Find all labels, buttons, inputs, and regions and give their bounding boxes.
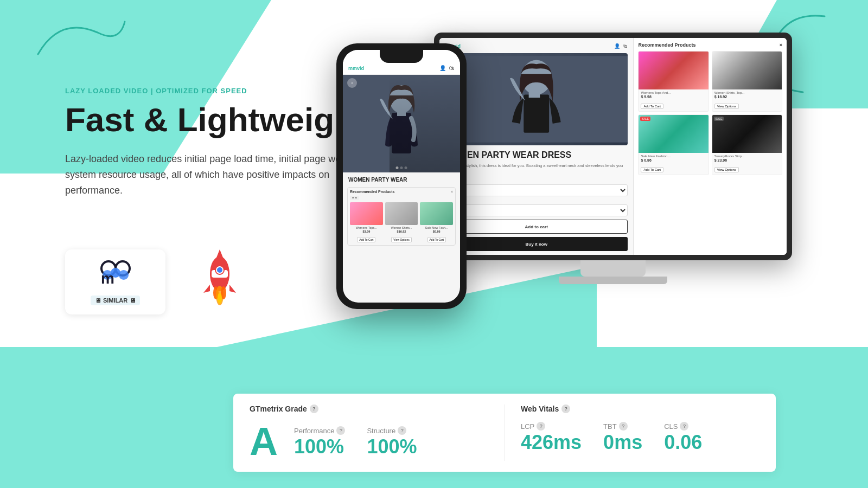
desktop-left-panel: mmvid 👤 🛍 <box>439 38 634 255</box>
image-dots <box>396 166 407 169</box>
phone-rec-close-btn[interactable]: × <box>451 190 453 194</box>
description-text: Lazy-loaded video reduces initial page l… <box>65 151 380 198</box>
desktop-stand <box>580 260 646 277</box>
desktop-header: mmvid 👤 🛍 <box>445 43 628 49</box>
user-icon: 👤 <box>439 65 446 71</box>
bag-icon: 🛍 <box>449 65 455 71</box>
rocket-container <box>195 244 244 314</box>
main-content: LAZY LOADED VIDEO | OPTIMIZED FOR SPEED … <box>0 0 868 488</box>
lcp-value: 426ms <box>521 433 582 452</box>
filter-tag[interactable]: ▼▼ <box>350 196 359 200</box>
rec-product-image <box>385 202 418 225</box>
svg-point-18 <box>390 85 413 113</box>
color-select[interactable]: BLACK RED WHITE <box>445 204 628 216</box>
grade-letter: A <box>250 422 278 461</box>
back-icon: ‹ <box>352 80 353 86</box>
desktop-user-icon: 👤 <box>614 43 620 49</box>
phone-filter-row: ▼▼ <box>350 196 453 200</box>
list-item: Sale New Fash... $0.86 Add To Cart <box>420 202 453 243</box>
list-item: Womens Tops... $3.99 Add To Cart <box>350 202 383 243</box>
view-options-button[interactable]: View Options <box>391 237 411 242</box>
phone-screen: mmvid 👤 🛍 <box>343 50 460 303</box>
main-heading: Fast & Lightweight <box>65 101 380 138</box>
rocket-icon <box>195 244 244 314</box>
tbt-label: TBT ? <box>603 422 642 431</box>
view-options-button[interactable]: View Options <box>714 104 739 109</box>
structure-help-icon[interactable]: ? <box>398 426 406 435</box>
rec-price-1: $ 9.98 <box>641 95 706 99</box>
woman-figure-svg <box>343 75 460 172</box>
web-vitals-title: Web Vitals ? <box>521 404 760 413</box>
desktop-base <box>559 277 667 284</box>
performance-label: Performance ? <box>294 426 345 435</box>
tbt-value: 0ms <box>603 433 642 452</box>
color-label: Color <box>445 200 628 203</box>
buy-it-now-button[interactable]: Buy it now <box>445 237 628 251</box>
phone-rec-panel: Recommended Products × ▼▼ Womens Tops...… <box>347 187 456 246</box>
svg-rect-23 <box>524 95 549 133</box>
rec-price-2: $ 16.92 <box>714 95 780 99</box>
tbt-help-icon[interactable]: ? <box>619 422 628 431</box>
phone-product-image: ‹ <box>343 75 460 172</box>
phone-notch <box>380 50 423 63</box>
gtmetrix-grade-section: GTmetrix Grade ? A Performance ? 100% <box>250 404 505 461</box>
structure-label-text: Structure <box>367 427 395 435</box>
sale-badge: SALE <box>714 117 724 121</box>
performance-label-text: Performance <box>294 427 334 435</box>
svg-rect-24 <box>529 91 540 98</box>
rec-product-image <box>420 202 453 225</box>
desktop-product-desc: Comfy and stylish, this dress is ideal f… <box>445 163 628 175</box>
grade-metrics: Performance ? 100% Structure ? 100% <box>294 426 417 457</box>
logo-box: m 🖥 SIMILAR 🖥 <box>65 249 165 314</box>
gtmetrix-title-text: GTmetrix Grade <box>250 404 307 413</box>
phone-back-btn[interactable]: ‹ <box>347 78 357 88</box>
rec-panel-close-btn[interactable]: × <box>780 42 782 48</box>
view-options-button[interactable]: View Options <box>714 167 739 172</box>
size-select[interactable]: S M L <box>445 184 628 196</box>
desktop-woman-svg <box>445 53 628 145</box>
svg-point-16 <box>218 293 222 304</box>
cls-help-icon[interactable]: ? <box>680 422 688 431</box>
gtmetrix-panel: GTmetrix Grade ? A Performance ? 100% <box>233 394 776 472</box>
cls-label-text: CLS <box>664 422 678 431</box>
desktop-right-panel: Recommended Products × Womens Tops And..… <box>634 38 787 255</box>
add-to-cart-button[interactable]: Add To Cart <box>427 237 446 242</box>
add-to-cart-button[interactable]: Add To Cart <box>357 237 375 242</box>
desktop-mockup: mmvid 👤 🛍 <box>434 33 792 287</box>
rec-image-2 <box>712 52 782 89</box>
phone-brand: mmvid <box>348 66 364 71</box>
lcp-label-text: LCP <box>521 422 534 431</box>
web-vitals-help-icon[interactable]: ? <box>561 404 570 413</box>
phone-rec-products: Womens Tops... $3.99 Add To Cart Woman S… <box>350 202 453 243</box>
phone-rec-title-text: Recommended Products <box>350 190 394 194</box>
lcp-metric: LCP ? 426ms <box>521 422 582 452</box>
brand-logo-icon: m <box>97 259 135 291</box>
phone-product-title: WOMEN PARTY WEAR <box>343 172 460 185</box>
list-item: Women Shirts ,Top... $ 16.92 View Option… <box>712 51 782 112</box>
web-vitals-section: Web Vitals ? LCP ? 426ms TBT ? 0ms <box>505 404 760 461</box>
list-item: Woman Shirts... $16.92 View Options <box>385 202 418 243</box>
cls-value: 0.06 <box>664 433 702 452</box>
add-to-cart-button[interactable]: Add To Cart <box>641 167 663 172</box>
desktop-product-image: ‹ <box>445 53 628 145</box>
add-to-cart-button[interactable]: Add To Cart <box>641 104 663 109</box>
lcp-help-icon[interactable]: ? <box>537 422 545 431</box>
performance-help-icon[interactable]: ? <box>336 426 345 435</box>
svg-rect-20 <box>397 110 406 116</box>
vitals-metrics: LCP ? 426ms TBT ? 0ms CLS ? <box>521 422 760 452</box>
svg-marker-12 <box>229 285 236 293</box>
desktop-screen: mmvid 👤 🛍 <box>439 38 787 255</box>
gtmetrix-grade-row: A Performance ? 100% Structure ? <box>250 422 488 461</box>
rec-product-image <box>350 202 383 225</box>
desktop-header-icons: 👤 🛍 <box>614 43 628 49</box>
phone-rec-title: Recommended Products × <box>350 190 453 194</box>
devices-container: mmvid 👤 🛍 <box>336 33 825 358</box>
desktop-screen-outer: mmvid 👤 🛍 <box>434 33 792 260</box>
add-to-cart-button[interactable]: Add to cart <box>445 220 628 234</box>
svg-marker-11 <box>203 285 210 293</box>
web-vitals-title-text: Web Vitals <box>521 404 559 413</box>
left-section: LAZY LOADED VIDEO | OPTIMIZED FOR SPEED … <box>65 87 380 220</box>
gtmetrix-help-icon[interactable]: ? <box>310 404 318 413</box>
rec-name-3: Sale New Fashion ... <box>641 155 706 158</box>
rec-image-1 <box>639 52 708 89</box>
